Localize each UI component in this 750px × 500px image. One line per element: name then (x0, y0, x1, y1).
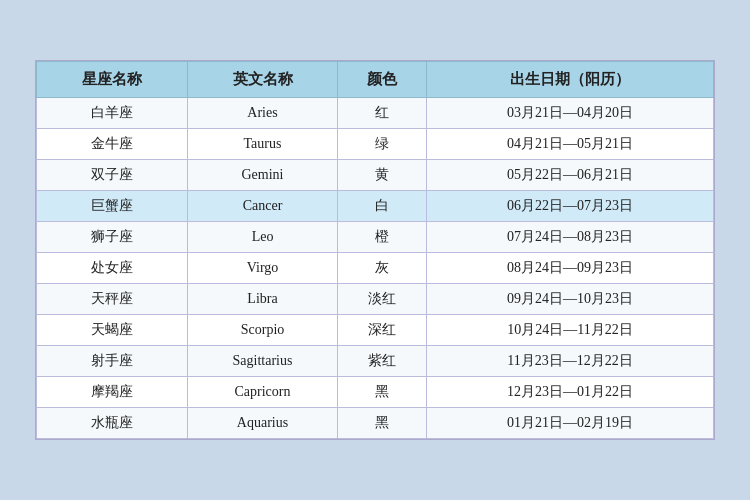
cell-dates: 06月22日—07月23日 (427, 191, 714, 222)
table-row: 双子座Gemini黄05月22日—06月21日 (37, 160, 714, 191)
cell-dates: 01月21日—02月19日 (427, 408, 714, 439)
cell-chinese-name: 射手座 (37, 346, 188, 377)
cell-chinese-name: 金牛座 (37, 129, 188, 160)
cell-chinese-name: 处女座 (37, 253, 188, 284)
table-row: 水瓶座Aquarius黑01月21日—02月19日 (37, 408, 714, 439)
cell-color: 深红 (338, 315, 427, 346)
zodiac-table-container: 星座名称 英文名称 颜色 出生日期（阳历） 白羊座Aries红03月21日—04… (35, 60, 715, 440)
cell-chinese-name: 摩羯座 (37, 377, 188, 408)
table-row: 射手座Sagittarius紫红11月23日—12月22日 (37, 346, 714, 377)
cell-dates: 04月21日—05月21日 (427, 129, 714, 160)
table-row: 白羊座Aries红03月21日—04月20日 (37, 98, 714, 129)
cell-color: 白 (338, 191, 427, 222)
cell-dates: 12月23日—01月22日 (427, 377, 714, 408)
table-row: 狮子座Leo橙07月24日—08月23日 (37, 222, 714, 253)
cell-chinese-name: 双子座 (37, 160, 188, 191)
cell-chinese-name: 狮子座 (37, 222, 188, 253)
cell-color: 黄 (338, 160, 427, 191)
cell-english-name: Cancer (187, 191, 338, 222)
cell-chinese-name: 白羊座 (37, 98, 188, 129)
header-chinese-name: 星座名称 (37, 62, 188, 98)
cell-color: 紫红 (338, 346, 427, 377)
cell-color: 淡红 (338, 284, 427, 315)
cell-english-name: Taurus (187, 129, 338, 160)
table-row: 摩羯座Capricorn黑12月23日—01月22日 (37, 377, 714, 408)
cell-dates: 03月21日—04月20日 (427, 98, 714, 129)
cell-color: 黑 (338, 408, 427, 439)
header-color: 颜色 (338, 62, 427, 98)
cell-english-name: Libra (187, 284, 338, 315)
cell-english-name: Aries (187, 98, 338, 129)
cell-color: 红 (338, 98, 427, 129)
cell-dates: 09月24日—10月23日 (427, 284, 714, 315)
table-row: 天蝎座Scorpio深红10月24日—11月22日 (37, 315, 714, 346)
cell-dates: 10月24日—11月22日 (427, 315, 714, 346)
cell-dates: 11月23日—12月22日 (427, 346, 714, 377)
header-birth-date: 出生日期（阳历） (427, 62, 714, 98)
table-body: 白羊座Aries红03月21日—04月20日金牛座Taurus绿04月21日—0… (37, 98, 714, 439)
cell-chinese-name: 巨蟹座 (37, 191, 188, 222)
cell-color: 绿 (338, 129, 427, 160)
cell-english-name: Scorpio (187, 315, 338, 346)
cell-dates: 07月24日—08月23日 (427, 222, 714, 253)
cell-english-name: Gemini (187, 160, 338, 191)
table-row: 处女座Virgo灰08月24日—09月23日 (37, 253, 714, 284)
cell-dates: 08月24日—09月23日 (427, 253, 714, 284)
cell-color: 橙 (338, 222, 427, 253)
cell-dates: 05月22日—06月21日 (427, 160, 714, 191)
cell-color: 灰 (338, 253, 427, 284)
cell-english-name: Capricorn (187, 377, 338, 408)
table-row: 巨蟹座Cancer白06月22日—07月23日 (37, 191, 714, 222)
table-row: 天秤座Libra淡红09月24日—10月23日 (37, 284, 714, 315)
cell-english-name: Virgo (187, 253, 338, 284)
cell-english-name: Leo (187, 222, 338, 253)
cell-chinese-name: 天秤座 (37, 284, 188, 315)
zodiac-table: 星座名称 英文名称 颜色 出生日期（阳历） 白羊座Aries红03月21日—04… (36, 61, 714, 439)
table-header-row: 星座名称 英文名称 颜色 出生日期（阳历） (37, 62, 714, 98)
cell-english-name: Sagittarius (187, 346, 338, 377)
cell-chinese-name: 水瓶座 (37, 408, 188, 439)
header-english-name: 英文名称 (187, 62, 338, 98)
cell-chinese-name: 天蝎座 (37, 315, 188, 346)
cell-color: 黑 (338, 377, 427, 408)
table-row: 金牛座Taurus绿04月21日—05月21日 (37, 129, 714, 160)
cell-english-name: Aquarius (187, 408, 338, 439)
